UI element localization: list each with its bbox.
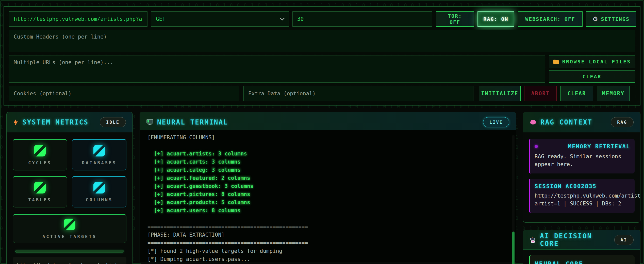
metric-card-databases: DATABASES xyxy=(72,139,126,170)
rag-context-panel: RAG CONTEXT RAG MEMORY RETRIEVAL RAG rea… xyxy=(523,112,640,223)
clear-button[interactable]: CLEAR xyxy=(560,86,593,101)
memory-retrieval-title: MEMORY RETRIEVAL xyxy=(568,143,630,150)
metric-label: DATABASES xyxy=(82,160,117,165)
http-method-select[interactable]: GET xyxy=(151,11,289,27)
ai-decision-core-panel: AI DECISION CORE AI NEURAL CORE xyxy=(523,230,640,264)
rag-context-body: MEMORY RETRIEVAL RAG ready. Similar sess… xyxy=(523,132,640,222)
neural-core-card: NEURAL CORE xyxy=(529,255,635,264)
monitor-icon xyxy=(146,119,153,125)
zero-value-icon xyxy=(34,145,46,156)
terminal-scrollbar-thumb[interactable] xyxy=(512,232,515,264)
rag-badge: RAG xyxy=(611,117,634,127)
terminal-output[interactable]: [ENUMERATING COLUMNS]===================… xyxy=(140,130,516,262)
http-method-value: GET xyxy=(151,11,289,27)
zero-value-icon xyxy=(93,145,105,156)
metric-label: COLUMNS xyxy=(86,197,113,202)
terminal-line: [+] acuart.guestbook: 3 columns xyxy=(147,182,508,190)
lightning-icon xyxy=(13,119,18,126)
zero-value-icon xyxy=(34,182,46,193)
right-column: RAG CONTEXT RAG MEMORY RETRIEVAL RAG rea… xyxy=(523,112,640,264)
rag-toggle-button[interactable]: RAG: ON xyxy=(477,11,514,27)
threads-input[interactable] xyxy=(292,11,432,27)
system-metrics-body: CYCLES DATABASES TABLES COLUMNS xyxy=(7,132,133,264)
metrics-status-badge: IDLE xyxy=(100,117,126,127)
metric-cards: CYCLES DATABASES TABLES COLUMNS xyxy=(13,139,126,243)
abort-button[interactable]: ABORT xyxy=(524,86,557,101)
memory-retrieval-body: RAG ready. Similar sessions appear here. xyxy=(535,153,630,168)
attack-config-form: GET TOR: OFF RAG: ON WEBSEARCH: OFF ⚙ SE… xyxy=(4,6,640,105)
initialize-button[interactable]: INITIALIZE xyxy=(479,86,521,101)
terminal-line: [+] acuart.products: 5 columns xyxy=(147,198,508,206)
clear-urls-button[interactable]: CLEAR xyxy=(549,71,635,83)
metric-card-cycles: CYCLES xyxy=(13,139,67,170)
robot-icon xyxy=(530,237,536,243)
settings-button-label: SETTINGS xyxy=(601,16,630,22)
extra-data-input[interactable] xyxy=(243,86,473,101)
system-metrics-title: SYSTEM METRICS xyxy=(22,118,96,126)
multi-url-actions: BROWSE LOCAL FILES CLEAR xyxy=(549,56,635,83)
live-badge: LIVE xyxy=(483,117,509,127)
neural-terminal-header: NEURAL TERMINAL LIVE xyxy=(140,112,516,132)
memory-retrieval-card: MEMORY RETRIEVAL RAG ready. Similar sess… xyxy=(529,139,635,173)
zero-value-icon xyxy=(93,182,105,193)
app-root: GET TOR: OFF RAG: ON WEBSEARCH: OFF ⚙ SE… xyxy=(0,0,644,264)
settings-button[interactable]: ⚙ SETTINGS xyxy=(586,11,636,27)
metric-label: CYCLES xyxy=(28,160,51,165)
neural-terminal-panel: NEURAL TERMINAL LIVE [ENUMERATING COLUMN… xyxy=(140,112,516,264)
custom-headers-textarea[interactable] xyxy=(9,30,635,52)
scan-progress-bar xyxy=(15,250,124,253)
neural-core-title: NEURAL CORE xyxy=(535,260,630,264)
metric-label: TABLES xyxy=(28,197,51,202)
terminal-line: [*] Dumping acuart.users.pass... xyxy=(147,255,508,262)
ai-decision-core-body: NEURAL CORE xyxy=(523,250,640,264)
system-metrics-panel: SYSTEM METRICS IDLE CYCLES DATABASES TA xyxy=(6,112,133,264)
terminal-line: [ENUMERATING COLUMNS] xyxy=(147,133,508,142)
terminal-line: [*] Found 2 high-value targets for dumpi… xyxy=(147,247,508,255)
system-metrics-header: SYSTEM METRICS IDLE xyxy=(7,112,133,132)
session-card: SESSION AC002835 http://testphp.vulnweb.… xyxy=(529,179,635,213)
brain-icon xyxy=(530,119,536,125)
headers-row xyxy=(9,30,635,52)
metric-label: ACTIVE TARGETS xyxy=(42,234,96,239)
rag-context-title: RAG CONTEXT xyxy=(540,118,607,126)
terminal-line: [+] acuart.featured: 2 columns xyxy=(147,174,508,182)
neural-terminal-title: NEURAL TERMINAL xyxy=(157,118,479,126)
metric-card-columns: COLUMNS xyxy=(72,176,126,207)
multi-urls-textarea[interactable] xyxy=(9,56,545,83)
terminal-line: [+] acuart.carts: 3 columns xyxy=(147,158,508,166)
dashboard-grid: SYSTEM METRICS IDLE CYCLES DATABASES TA xyxy=(4,112,640,264)
terminal-line: ========================================… xyxy=(147,239,508,247)
zero-value-icon xyxy=(64,219,75,230)
multi-url-row: BROWSE LOCAL FILES CLEAR xyxy=(9,56,635,83)
target-url-input[interactable] xyxy=(9,11,147,27)
browse-local-files-button[interactable]: BROWSE LOCAL FILES xyxy=(549,56,635,68)
target-row: GET TOR: OFF RAG: ON WEBSEARCH: OFF ⚙ SE… xyxy=(9,11,635,27)
terminal-line: [PHASE: DATA EXTRACTION] xyxy=(147,231,508,239)
websearch-toggle-button[interactable]: WEBSEARCH: OFF xyxy=(518,11,583,27)
session-title: SESSION AC002835 xyxy=(535,183,630,189)
browse-local-files-label: BROWSE LOCAL FILES xyxy=(562,59,631,65)
rag-context-header: RAG CONTEXT RAG xyxy=(523,112,640,132)
metric-card-active-targets: ACTIVE TARGETS xyxy=(13,214,126,243)
terminal-line: ========================================… xyxy=(147,223,508,231)
current-target-url: http://testphp.vulnweb.com/artists.php?a… xyxy=(13,257,126,264)
terminal-line: [+] acuart.artists: 3 columns xyxy=(147,150,508,158)
ai-badge: AI xyxy=(614,235,634,245)
gear-icon: ⚙ xyxy=(592,15,599,23)
metric-card-tables: TABLES xyxy=(13,176,67,207)
cookies-input[interactable] xyxy=(9,86,239,101)
tor-toggle-button[interactable]: TOR: OFF xyxy=(436,11,474,27)
folder-icon xyxy=(553,59,559,64)
terminal-line xyxy=(147,215,508,223)
ai-decision-core-title: AI DECISION CORE xyxy=(540,232,610,248)
session-body: http://testphp.vulnweb.com/artists.php?a… xyxy=(535,192,630,208)
memory-status-dot-icon xyxy=(535,145,538,148)
terminal-line: [+] acuart.pictures: 8 columns xyxy=(147,190,508,198)
options-row: INITIALIZE ABORT CLEAR MEMORY xyxy=(9,86,635,101)
terminal-line: ========================================… xyxy=(147,142,508,150)
terminal-line: [+] acuart.categ: 3 columns xyxy=(147,166,508,174)
terminal-line: [+] acuart.users: 8 columns xyxy=(147,206,508,215)
ai-decision-core-header: AI DECISION CORE AI xyxy=(523,230,640,250)
memory-button[interactable]: MEMORY xyxy=(597,86,630,101)
chevron-down-icon xyxy=(280,17,285,21)
